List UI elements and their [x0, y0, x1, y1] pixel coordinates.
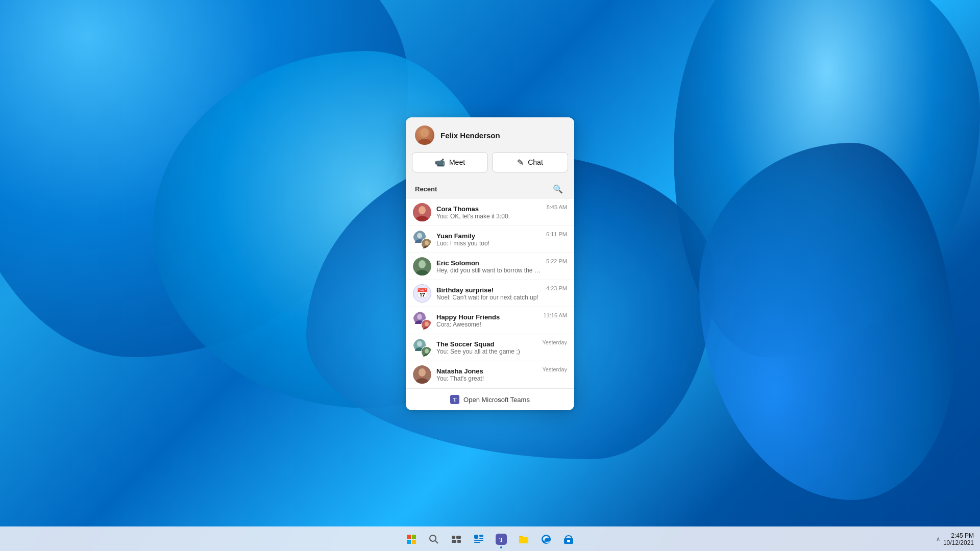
widgets-icon [474, 534, 484, 544]
chat-content: Cora Thomas You: OK, let's make it 3:00. [436, 205, 542, 220]
svg-point-6 [417, 233, 422, 239]
list-item[interactable]: Natasha Jones You: That's great! Yesterd… [406, 361, 574, 388]
search-button[interactable] [424, 529, 444, 549]
svg-rect-41 [474, 535, 478, 539]
svg-point-0 [421, 128, 429, 137]
avatar: 📅 [413, 284, 431, 303]
avatar [413, 257, 431, 276]
edge-button[interactable] [536, 529, 556, 549]
svg-text:T: T [453, 397, 457, 403]
search-icon: 🔍 [553, 184, 563, 194]
chat-edit-icon: ✎ [517, 158, 524, 167]
chat-name: Happy Hour Friends [436, 313, 538, 321]
store-button[interactable] [558, 529, 579, 549]
svg-text:T: T [499, 536, 503, 543]
chat-preview: Cora: Awesome! [436, 321, 538, 328]
svg-rect-44 [474, 540, 483, 541]
list-item[interactable]: Cora Thomas You: OK, let's make it 3:00.… [406, 199, 574, 226]
open-teams-button[interactable]: T Open Microsoft Teams [406, 388, 574, 410]
avatar [413, 365, 431, 384]
chat-name: The Soccer Squad [436, 340, 537, 348]
chat-time: 8:45 AM [547, 204, 567, 210]
folder-icon [519, 534, 529, 544]
taskview-icon [451, 534, 461, 544]
list-item[interactable]: Happy Hour Friends Cora: Awesome! 11:16 … [406, 307, 574, 334]
chat-time: Yesterday [542, 339, 567, 345]
chat-time: Yesterday [542, 366, 567, 372]
chat-preview: You: OK, let's make it 3:00. [436, 213, 542, 220]
svg-point-18 [425, 322, 429, 327]
chat-name: Natasha Jones [436, 367, 537, 375]
action-buttons-row: 📹 Meet ✎ Chat [406, 152, 574, 180]
chat-name: Eric Solomon [436, 259, 541, 267]
svg-rect-50 [567, 540, 570, 542]
avatar [413, 311, 431, 330]
teams-popup: Felix Henderson 📹 Meet ✎ Chat Recent 🔍 [406, 117, 574, 410]
list-item[interactable]: The Soccer Squad You: See you all at the… [406, 334, 574, 361]
taskbar: T ∧ 2:45 PM 10/12/2021 [0, 527, 980, 551]
chat-time: 4:23 PM [546, 285, 567, 291]
chat-content: Eric Solomon Hey, did you still want to … [436, 259, 541, 274]
svg-rect-32 [412, 535, 416, 539]
list-item[interactable]: 📅 Birthday surprise! Noel: Can't wait fo… [406, 280, 574, 307]
svg-rect-42 [479, 535, 483, 537]
teams-icon: T [496, 534, 507, 545]
svg-rect-39 [452, 540, 456, 543]
chat-preview: Hey, did you still want to borrow the no… [436, 267, 541, 274]
avatar [413, 203, 431, 221]
svg-line-36 [435, 541, 438, 543]
popup-header: Felix Henderson [406, 117, 574, 152]
chat-name: Birthday surprise! [436, 286, 541, 294]
avatar [415, 126, 434, 145]
svg-point-3 [419, 206, 426, 214]
file-explorer-button[interactable] [513, 529, 534, 549]
chat-content: Yuan Family Luo: I miss you too! [436, 232, 541, 247]
teams-taskbar-button[interactable]: T [491, 529, 511, 549]
time-display: 2:45 PM [951, 532, 974, 539]
svg-rect-45 [474, 542, 480, 543]
svg-rect-33 [407, 540, 411, 544]
svg-point-21 [417, 341, 422, 347]
chat-content: Happy Hour Friends Cora: Awesome! [436, 313, 538, 328]
meet-label: Meet [449, 158, 465, 166]
chat-name: Cora Thomas [436, 205, 542, 213]
chat-time: 5:22 PM [546, 258, 567, 264]
chat-preview: Luo: I miss you too! [436, 240, 541, 247]
date-display: 10/12/2021 [943, 539, 974, 546]
windows-logo-icon [407, 535, 416, 544]
video-icon: 📹 [435, 158, 445, 167]
list-item[interactable]: Yuan Family Luo: I miss you too! 6:11 PM [406, 226, 574, 253]
meet-button[interactable]: 📹 Meet [412, 152, 488, 172]
avatar [413, 338, 431, 357]
store-icon [564, 534, 574, 544]
svg-point-24 [425, 349, 429, 354]
chat-list: Cora Thomas You: OK, let's make it 3:00.… [406, 199, 574, 388]
system-tray: ∧ 2:45 PM 10/12/2021 [934, 527, 980, 551]
svg-point-9 [425, 241, 429, 245]
chat-preview: Noel: Can't wait for our next catch up! [436, 294, 541, 301]
svg-rect-37 [452, 536, 455, 539]
search-icon [429, 534, 439, 544]
svg-point-27 [419, 368, 426, 377]
taskview-button[interactable] [446, 529, 467, 549]
chat-content: Natasha Jones You: That's great! [436, 367, 537, 382]
list-item[interactable]: Eric Solomon Hey, did you still want to … [406, 253, 574, 280]
widgets-button[interactable] [469, 529, 489, 549]
open-teams-label: Open Microsoft Teams [463, 396, 530, 404]
svg-point-15 [417, 314, 422, 320]
chat-button[interactable]: ✎ Chat [492, 152, 568, 172]
chat-time: 6:11 PM [546, 231, 567, 237]
search-recent-button[interactable]: 🔍 [551, 182, 565, 196]
birthday-icon: 📅 [416, 288, 428, 299]
clock[interactable]: 2:45 PM 10/12/2021 [943, 532, 974, 546]
edge-icon [541, 534, 551, 544]
svg-rect-34 [412, 540, 416, 544]
avatar [413, 230, 431, 248]
chat-name: Yuan Family [436, 232, 541, 240]
svg-rect-31 [407, 535, 411, 539]
start-button[interactable] [401, 529, 422, 549]
user-name: Felix Henderson [440, 131, 500, 140]
chevron-icon[interactable]: ∧ [934, 536, 942, 542]
svg-rect-43 [479, 538, 483, 539]
chat-label: Chat [528, 158, 543, 166]
